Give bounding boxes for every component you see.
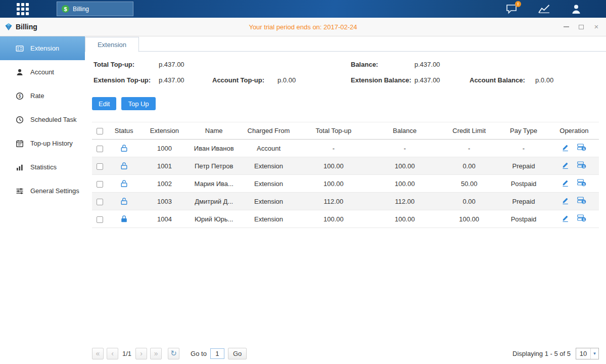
topbar-billing-tab[interactable]: $ Billing: [57, 2, 133, 16]
close-icon[interactable]: ×: [593, 23, 600, 30]
sidebar-item-extension[interactable]: Extension: [0, 36, 85, 60]
row-checkbox[interactable]: [97, 146, 103, 152]
credit-limit-cell: 100.00: [440, 210, 498, 228]
name-cell: Юрий Юрь...: [189, 210, 240, 228]
account-balance-label: Account Balance:: [470, 76, 525, 84]
table-row: 1001 Петр Петров Extension 100.00 100.00…: [92, 157, 599, 175]
row-checkbox[interactable]: [97, 216, 103, 223]
col-name: Name: [189, 122, 240, 140]
col-operation: Operation: [549, 122, 599, 140]
app-grid-icon: [17, 3, 29, 15]
checkbox-cell: [92, 157, 107, 175]
coin-icon: $: [16, 92, 24, 100]
statistics-button[interactable]: [538, 4, 550, 14]
page-size-value: 10: [576, 348, 590, 359]
edit-icon[interactable]: [562, 144, 569, 152]
lock-status-icon: [120, 215, 128, 222]
line-chart-icon: [538, 4, 550, 14]
pay-type-cell: Postpaid: [498, 210, 549, 228]
sidebar-item-scheduled-task[interactable]: Scheduled Task: [0, 108, 85, 131]
page-size-select[interactable]: 10 ▼: [576, 348, 599, 359]
edit-icon[interactable]: [562, 197, 569, 205]
go-button[interactable]: Go: [228, 348, 247, 359]
operation-cell: $: [549, 157, 599, 175]
tab-label: Extension: [98, 41, 126, 49]
table-header-row: Status Extension Name Charged From Total…: [92, 122, 599, 140]
edit-button[interactable]: Edit: [92, 97, 116, 110]
unlocked-icon: [120, 197, 128, 205]
balance-cell: 100.00: [369, 210, 440, 228]
window-title-group: Billing: [5, 18, 37, 36]
topup-icon[interactable]: $: [577, 197, 586, 204]
window-titlebar: Billing Your trial period ends on: 2017-…: [0, 18, 606, 36]
edit-icon[interactable]: [562, 214, 569, 222]
account-balance-value: p.0.00: [535, 76, 553, 84]
row-checkbox[interactable]: [97, 163, 103, 170]
topup-icon[interactable]: $: [577, 179, 586, 187]
select-all-checkbox[interactable]: [97, 128, 103, 134]
total-topup-cell: -: [298, 140, 369, 157]
first-page-button[interactable]: «: [92, 348, 104, 359]
sidebar-item-general-settings[interactable]: General Settings: [0, 179, 85, 203]
maximize-icon[interactable]: [578, 23, 585, 30]
charged-from-cell: Extension: [240, 175, 298, 193]
billing-app-window: $ Billing !: [0, 0, 606, 364]
goto-page-input[interactable]: [210, 348, 224, 359]
col-credit-limit: Credit Limit: [440, 122, 498, 140]
clock-icon: [16, 116, 24, 124]
header-checkbox-cell: [92, 122, 107, 140]
name-cell: Иван Иванов: [189, 140, 240, 157]
total-topup-cell: 112.00: [298, 193, 369, 210]
status-cell: [107, 193, 141, 210]
extension-cell: 1000: [141, 140, 188, 157]
app-grid-button[interactable]: [11, 0, 34, 18]
billing-gem-icon: [5, 23, 13, 31]
main-content: Total Top-up: p.437.00 Balance: p.437.00…: [85, 59, 606, 228]
name-cell: Мария Ива...: [189, 175, 240, 193]
extension-cell: 1003: [141, 193, 188, 210]
operation-cell: $: [549, 140, 599, 157]
goto-label: Go to: [191, 350, 207, 357]
dollar-icon: $: [62, 5, 69, 13]
prev-page-button[interactable]: ‹: [107, 348, 118, 359]
last-page-button[interactable]: »: [150, 348, 162, 359]
topup-icon[interactable]: $: [577, 161, 586, 169]
next-page-button[interactable]: ›: [135, 348, 147, 359]
tab-extension[interactable]: Extension: [85, 37, 139, 52]
status-cell: [107, 157, 141, 175]
sidebar-item-statistics[interactable]: Statistics: [0, 155, 85, 179]
paging-toolbar: « ‹ 1/1 › » ↻ Go to Go Displaying 1 - 5 …: [92, 347, 599, 360]
total-topup-cell: 100.00: [298, 157, 369, 175]
credit-limit-cell: -: [440, 140, 498, 157]
sidebar-item-topup-history[interactable]: Top-up History: [0, 131, 85, 155]
total-topup-label: Total Top-up:: [94, 61, 134, 68]
edit-icon[interactable]: [562, 161, 569, 169]
topup-icon[interactable]: $: [577, 144, 586, 151]
sidebar: Extension Account $ Rate Scheduled Task: [0, 36, 85, 364]
refresh-icon[interactable]: ↻: [168, 348, 179, 359]
sliders-icon: [16, 187, 24, 195]
checkbox-cell: [92, 210, 107, 228]
topup-button[interactable]: Top Up: [121, 97, 155, 110]
credit-limit-cell: 0.00: [440, 157, 498, 175]
user-menu-button[interactable]: [571, 4, 582, 14]
sidebar-item-account[interactable]: Account: [0, 60, 85, 84]
lock-status-icon: [120, 162, 128, 169]
person-icon: [16, 68, 24, 76]
topup-icon[interactable]: $: [577, 214, 586, 222]
messages-button[interactable]: !: [506, 4, 518, 14]
balance-value: p.437.00: [414, 61, 440, 68]
displaying-info: Displaying 1 - 5 of 5: [512, 350, 571, 357]
edit-icon[interactable]: [562, 179, 569, 187]
sidebar-item-rate[interactable]: $ Rate: [0, 84, 85, 108]
extension-topup-label: Extension Top-up:: [94, 76, 151, 84]
row-checkbox[interactable]: [97, 199, 103, 205]
minimize-icon[interactable]: [563, 23, 570, 30]
row-checkbox[interactable]: [97, 181, 103, 188]
total-topup-cell: 100.00: [298, 175, 369, 193]
sidebar-item-label: Account: [30, 68, 54, 76]
sidebar-item-label: Extension: [30, 44, 59, 52]
trial-notice: Your trial period ends on: 2017-02-24: [0, 18, 606, 36]
col-status: Status: [107, 122, 141, 140]
extension-balance-label: Extension Balance:: [351, 76, 411, 84]
